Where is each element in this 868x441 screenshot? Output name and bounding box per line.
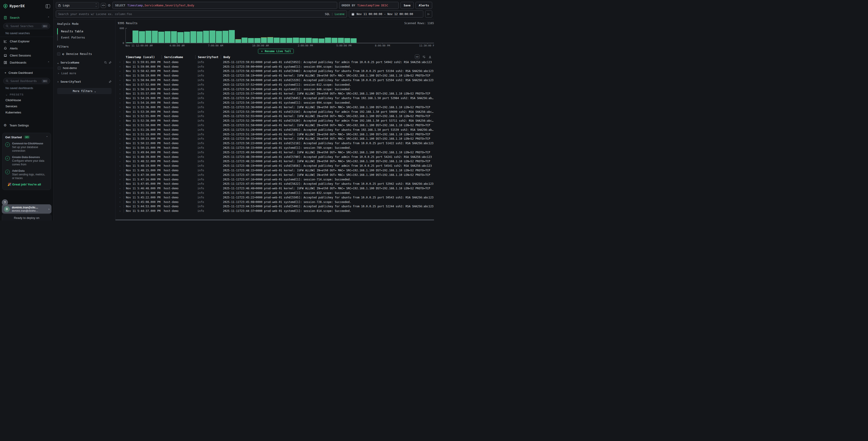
table-row[interactable]: ›Nov 11 5:53:30.000 PMhost-demoinfo2025-… bbox=[118, 110, 434, 114]
wrap-lines-icon[interactable] bbox=[422, 55, 426, 59]
histogram-bar[interactable] bbox=[184, 28, 190, 43]
table-row[interactable]: ›Nov 11 5:54:29.000 PMhost-demoinfo2025-… bbox=[118, 96, 434, 100]
histogram-bar[interactable] bbox=[274, 28, 280, 43]
table-row[interactable]: ›Nov 11 5:51:18.000 PMhost-demoinfo2025-… bbox=[118, 132, 434, 137]
histogram-bar[interactable] bbox=[210, 28, 215, 43]
histogram-bar[interactable] bbox=[428, 28, 434, 43]
sidebar-item-team-settings[interactable]: ⚙ Team Settings bbox=[0, 121, 53, 129]
histogram-bar[interactable] bbox=[254, 28, 260, 43]
table-row[interactable]: ›Nov 11 5:44:53.000 PMhost-demoinfo2025-… bbox=[118, 204, 434, 209]
table-row[interactable]: ›Nov 11 5:59:00.000 PMhost-demoinfo2025-… bbox=[118, 64, 434, 69]
denoise-results-checkbox-row[interactable]: ◐ Denoise Results bbox=[57, 51, 112, 57]
help-button[interactable]: ? bbox=[2, 199, 8, 205]
histogram-bar[interactable] bbox=[158, 28, 164, 43]
chevron-up-icon[interactable]: ⌃ bbox=[48, 61, 50, 64]
histogram-bar[interactable] bbox=[338, 28, 344, 43]
table-row[interactable]: ›Nov 11 5:48:39.000 PMhost-demoinfo2025-… bbox=[118, 155, 434, 159]
histogram-bar[interactable] bbox=[132, 28, 138, 43]
table-row[interactable]: ›Nov 11 5:50:22.000 PMhost-demoinfo2025-… bbox=[118, 141, 434, 146]
horizontal-scrollbar[interactable] bbox=[116, 219, 434, 220]
user-menu[interactable]: D dominic.tran@clic… dominic.tran@clickh… bbox=[2, 204, 52, 214]
sidebar-item-search[interactable]: Search ⌃ bbox=[0, 14, 53, 21]
checkbox[interactable] bbox=[57, 52, 60, 56]
mode-event-patterns[interactable]: Event Patterns bbox=[57, 34, 112, 40]
filter-value-host-demo[interactable]: host-demo bbox=[57, 65, 112, 71]
histogram-bar[interactable] bbox=[351, 28, 356, 43]
column-config-icon[interactable]: <> bbox=[415, 54, 420, 59]
save-button[interactable]: Save bbox=[401, 2, 414, 9]
histogram-bar[interactable] bbox=[229, 28, 235, 43]
col-timestamp[interactable]: Timestamp (Local) bbox=[124, 55, 161, 59]
table-row[interactable]: ›Nov 11 5:45:22.000 PMhost-demoinfo2025-… bbox=[118, 195, 434, 200]
histogram-bar[interactable] bbox=[222, 28, 228, 43]
preset-item-services[interactable]: Services bbox=[0, 103, 53, 109]
table-row[interactable]: ›Nov 11 5:47:16.000 PMhost-demoinfo2025-… bbox=[118, 177, 434, 182]
table-row[interactable]: ›Nov 11 5:56:19.000 PMhost-demoinfo2025-… bbox=[118, 87, 434, 92]
chevron-up-icon[interactable]: ⌃ bbox=[46, 136, 48, 139]
chevron-up-icon[interactable]: ⌃ bbox=[48, 16, 50, 19]
histogram-bar[interactable] bbox=[389, 28, 395, 43]
more-filters-button[interactable]: More filters ⌄ bbox=[57, 88, 112, 94]
col-servicename[interactable]: ServiceName bbox=[161, 55, 195, 59]
deploy-banner[interactable]: Ready to deploy on bbox=[2, 214, 52, 220]
pin-icon[interactable] bbox=[108, 61, 112, 64]
histogram-bar[interactable] bbox=[325, 28, 331, 43]
histogram-bar[interactable] bbox=[177, 28, 183, 43]
download-icon[interactable] bbox=[428, 55, 432, 59]
histogram-bar[interactable] bbox=[248, 28, 254, 43]
select-columns-input[interactable]: SELECT Timestamp ,ServiceName,SeverityTe… bbox=[113, 2, 337, 9]
histogram-bar[interactable] bbox=[306, 28, 312, 43]
histogram-bar[interactable] bbox=[261, 28, 267, 43]
table-row[interactable]: ›Nov 11 5:45:31.000 PMhost-demoinfo2025-… bbox=[118, 190, 434, 195]
event-search-input[interactable]: Search your events w/ Lucene ex. column:… bbox=[56, 10, 347, 18]
alerts-button[interactable]: Alerts bbox=[415, 2, 432, 9]
get-started-step[interactable]: ✓ Add Data Start sending logs, metrics, … bbox=[5, 169, 48, 180]
pin-icon[interactable] bbox=[108, 80, 112, 83]
table-row[interactable]: ›Nov 11 5:49:04.000 PMhost-demoinfo2025-… bbox=[118, 150, 434, 155]
load-more-button[interactable]: › Load more bbox=[57, 71, 112, 76]
sidebar-item-alerts[interactable]: Alerts bbox=[0, 45, 53, 52]
histogram-bar[interactable] bbox=[383, 28, 389, 43]
preset-item-clickhouse[interactable]: ClickHouse bbox=[0, 97, 53, 103]
checkbox[interactable] bbox=[58, 66, 61, 70]
table-row[interactable]: ›Nov 11 5:57:52.000 PMhost-demoinfo2025-… bbox=[118, 83, 434, 87]
date-range-picker[interactable]: Nov 11 00:00:00 - Nov 12 00:00:00 bbox=[349, 10, 423, 18]
table-row[interactable]: ›Nov 11 5:58:04.000 PMhost-demoinfo2025-… bbox=[118, 78, 434, 83]
create-dashboard-button[interactable]: + Create Dashboard bbox=[0, 69, 53, 76]
sidebar-item-client-sessions[interactable]: Client Sessions bbox=[0, 52, 53, 59]
histogram-bar[interactable] bbox=[376, 28, 382, 43]
lucene-language-toggle[interactable]: Lucene bbox=[335, 12, 344, 16]
orderby-input[interactable]: ORDER BY TimestampTime DESC bbox=[339, 2, 399, 9]
histogram-bar[interactable] bbox=[171, 28, 177, 43]
histogram-bar[interactable] bbox=[293, 28, 299, 43]
table-row[interactable]: ›Nov 11 5:59:01.000 PMhost-demoinfo2025-… bbox=[118, 60, 434, 64]
histogram-bar[interactable] bbox=[267, 28, 273, 43]
saved-searches-input[interactable]: Saved Searches ⌘K bbox=[3, 23, 50, 29]
histogram-bar[interactable] bbox=[402, 28, 408, 43]
histogram-bar[interactable] bbox=[242, 28, 248, 43]
table-row[interactable]: ›Nov 11 5:46:48.000 PMhost-demoinfo2025-… bbox=[118, 186, 434, 190]
histogram-bar[interactable] bbox=[344, 28, 350, 43]
table-row[interactable]: ›Nov 11 5:50:15.000 PMhost-demoinfo2025-… bbox=[118, 146, 434, 150]
table-row[interactable]: ›Nov 11 5:48:15.000 PMhost-demoinfo2025-… bbox=[118, 168, 434, 173]
histogram-bar[interactable] bbox=[357, 28, 363, 43]
query-settings-gear-icon[interactable]: ⚙ bbox=[108, 3, 111, 7]
col-body[interactable]: Body bbox=[221, 55, 434, 59]
table-row[interactable]: ›Nov 11 5:58:42.000 PMhost-demoinfo2025-… bbox=[118, 69, 434, 74]
table-row[interactable]: ›Nov 11 5:47:30.000 PMhost-demoinfo2025-… bbox=[118, 173, 434, 177]
table-row[interactable]: ›Nov 11 5:47:05.000 PMhost-demoinfo2025-… bbox=[118, 182, 434, 186]
results-histogram[interactable]: 600 0 Nov 11 12:00:00 AM4:00:00 AM7:00:0… bbox=[118, 28, 434, 47]
table-row[interactable]: ›Nov 11 5:50:33.000 PMhost-demoinfo2025-… bbox=[118, 137, 434, 141]
table-row[interactable]: ›Nov 11 5:51:28.000 PMhost-demoinfo2025-… bbox=[118, 127, 434, 132]
table-row[interactable]: ›Nov 11 5:55:57.000 PMhost-demoinfo2025-… bbox=[118, 92, 434, 96]
histogram-bar[interactable] bbox=[415, 28, 421, 43]
table-row[interactable]: ›Nov 11 5:51:58.000 PMhost-demoinfo2025-… bbox=[118, 123, 434, 127]
histogram-bar[interactable] bbox=[235, 28, 241, 43]
histogram-bar[interactable] bbox=[286, 28, 292, 43]
get-started-step[interactable]: ✓ Connect to ClickHouse Set up your data… bbox=[5, 142, 48, 153]
table-row[interactable]: ›Nov 11 5:45:08.000 PMhost-demoinfo2025-… bbox=[118, 200, 434, 204]
histogram-bars[interactable] bbox=[125, 28, 434, 43]
histogram-bar[interactable] bbox=[312, 28, 318, 43]
histogram-bar[interactable] bbox=[408, 28, 414, 43]
resume-live-tail-button[interactable]: Resume Live Tail bbox=[258, 49, 294, 54]
